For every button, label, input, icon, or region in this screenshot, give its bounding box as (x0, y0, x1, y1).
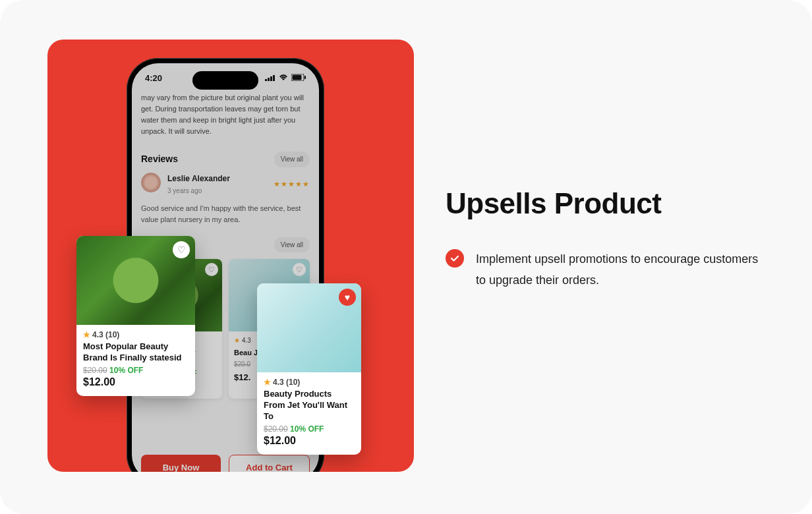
heart-icon: ♡ (296, 264, 303, 275)
favorite-button[interactable]: ♡ (173, 241, 190, 258)
review-time: 3 years ago (167, 186, 230, 196)
buy-now-button[interactable]: Buy Now (141, 455, 221, 472)
product-rating: ★ 4.3 (10) (83, 330, 188, 339)
star-icon: ★ (234, 335, 240, 346)
star-icon: ★ (83, 330, 90, 339)
svg-rect-2 (270, 76, 272, 81)
status-right (265, 73, 306, 83)
reviews-title: Reviews (141, 152, 178, 167)
reviewer-name: Leslie Alexander (167, 173, 230, 185)
review-item: Leslie Alexander 3 years ago ★★★★★ (141, 173, 310, 196)
discount-label: 10% OFF (290, 424, 324, 434)
old-price: $20.0 (234, 360, 250, 368)
product-price: $12.00 (264, 435, 355, 447)
product-description: may vary from the picture but original p… (141, 92, 310, 137)
status-time: 4:20 (145, 73, 162, 83)
upsell-card[interactable]: ♥ ★ 4.3 (10) Beauty Products From Jet Yo… (257, 283, 361, 455)
product-title: Beauty Products From Jet You'll Want To (264, 389, 355, 422)
favorite-button[interactable]: ♡ (205, 263, 218, 276)
upsell-card[interactable]: ♡ ★ 4.3 (10) Most Popular Beauty Brand I… (76, 236, 195, 396)
discount-label: 10% OFF (109, 366, 143, 375)
svg-rect-1 (268, 78, 270, 81)
svg-rect-6 (304, 76, 306, 79)
signal-icon (265, 73, 276, 83)
product-title: Most Popular Beauty Brand Is Finally sta… (83, 341, 188, 364)
product-price: $12.00 (83, 376, 188, 388)
svg-rect-0 (265, 79, 267, 81)
heart-icon: ♥ (345, 292, 350, 302)
phone-notch (192, 71, 258, 90)
similar-view-all[interactable]: View all (274, 237, 310, 253)
star-icon: ★ (264, 378, 271, 387)
check-icon (446, 249, 464, 268)
battery-icon (291, 73, 306, 83)
left-panel: 4:20 may vary from the pic (47, 40, 414, 472)
old-price: $20.00 (264, 424, 288, 434)
bullet-text: Implement upsell promotions to encourage… (476, 249, 762, 291)
reviews-view-all[interactable]: View all (274, 152, 310, 167)
product-image: ♡ (76, 236, 195, 325)
canvas: 4:20 may vary from the pic (0, 0, 812, 514)
review-stars: ★★★★★ (274, 179, 310, 190)
product-rating: ★ 4.3 (10) (264, 378, 355, 387)
favorite-button[interactable]: ♥ (339, 289, 356, 306)
add-to-cart-button[interactable]: Add to Cart (229, 455, 310, 472)
page-heading: Upsells Product (446, 187, 762, 220)
reviews-header: Reviews View all (141, 152, 310, 167)
heart-icon: ♡ (177, 244, 186, 255)
review-text: Good service and I'm happy with the serv… (141, 203, 310, 225)
svg-rect-3 (273, 75, 275, 81)
bullet-row: Implement upsell promotions to encourage… (446, 249, 762, 291)
favorite-button[interactable]: ♡ (293, 263, 306, 276)
old-price: $20.00 (83, 366, 107, 375)
product-image: ♥ (257, 283, 361, 372)
right-block: Upsells Product Implement upsell promoti… (446, 187, 762, 291)
svg-rect-5 (293, 74, 302, 80)
heart-icon: ♡ (208, 264, 215, 275)
avatar (141, 173, 161, 192)
wifi-icon (279, 73, 288, 83)
